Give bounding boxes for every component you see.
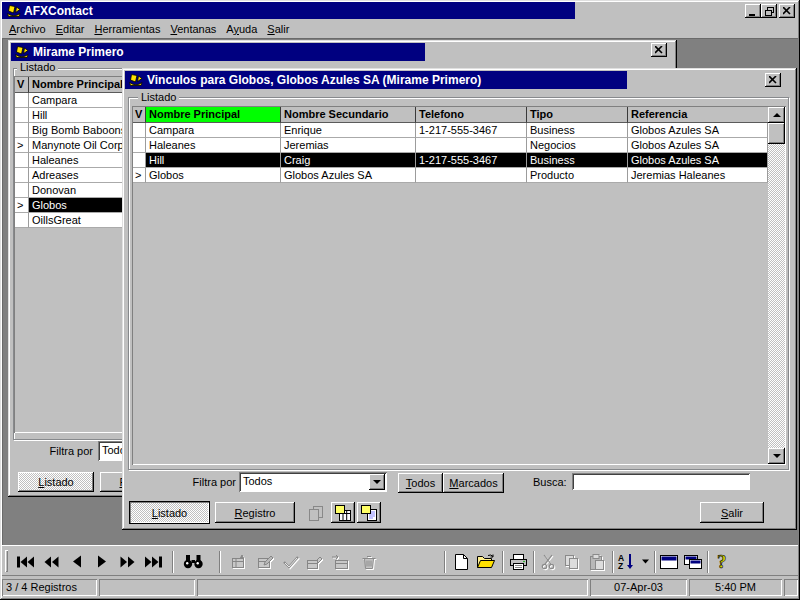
table-row[interactable]: HillCraig1-217-555-3467BusinessGlobos Az… [133,153,785,168]
mirame-title: Mirame Primero [33,45,124,59]
vinculos-col-telefono[interactable]: Telefono [416,107,527,123]
vinculos-col-tipo[interactable]: Tipo [527,107,628,123]
window-list-button[interactable] [657,550,680,573]
help-button[interactable]: ? [712,550,734,573]
vinculos-table: V Nombre Principal Nombre Secundario Tel… [132,106,786,465]
status-panel-3 [197,579,588,596]
status-records: 3 / 4 Registros [2,579,97,596]
vinculos-col-referencia[interactable]: Referencia [628,107,768,123]
vinculos-table-body: CamparaEnrique1-217-555-3467BusinessGlob… [133,123,785,183]
scrollbar-down-icon[interactable] [768,448,785,464]
window-list-icon [660,555,678,569]
find-button[interactable] [181,550,205,573]
mirame-col-v[interactable]: V [15,77,29,93]
vinculos-title: Vinculos para Globos, Globos Azules SA (… [147,73,481,87]
vinculos-close-button[interactable] [765,73,781,87]
status-time: 5:40 PM [689,579,782,596]
toolbar-gripper[interactable] [5,550,8,572]
delete-record-button[interactable] [358,550,380,573]
vinculos-listado-button[interactable]: Listado [130,502,209,523]
status-panel-2 [99,579,195,596]
previous-record-button[interactable] [66,550,88,573]
minimize-button[interactable] [745,4,761,18]
vinculos-busca-input[interactable] [572,473,750,490]
open-button[interactable] [473,550,499,573]
print-icon [509,554,528,570]
next-page-icon [119,556,136,568]
svg-text:?: ? [717,551,727,572]
menu-salir[interactable]: Salir [262,23,294,35]
table-row[interactable]: HaleanesJeremiasNegociosGlobos Azules SA [133,138,785,153]
vinculos-table-header: V Nombre Principal Nombre Secundario Tel… [133,107,785,123]
menu-ventanas[interactable]: Ventanas [165,23,221,35]
mirame-filter-label: Filtra por [38,445,93,457]
vinculos-marcados-button[interactable]: Marcados [443,473,504,493]
paste-button[interactable] [584,550,608,573]
sort-button[interactable]: AZ [615,550,639,573]
window-cascade-icon [684,555,702,569]
cut-button[interactable] [537,550,559,573]
next-record-button[interactable] [91,550,113,573]
window-cascade-button[interactable] [681,550,704,573]
previous-page-icon [43,556,60,568]
last-record-button[interactable] [142,550,164,573]
find-icon [183,554,204,569]
cut-icon [541,554,555,570]
vinculos-table-scrollbar[interactable] [768,107,785,464]
vinculos-filter-combo[interactable]: Todos [239,472,387,492]
status-bar: 3 / 4 Registros 07-Apr-03 5:40 PM [2,577,798,598]
change-record-button[interactable] [254,550,276,573]
previous-page-button[interactable] [40,550,62,573]
app-title-bar: AFXContact [2,2,798,19]
svg-text:Z: Z [618,561,623,570]
menu-herramientas[interactable]: Herramientas [89,23,165,35]
scrollbar-up-icon[interactable] [768,107,785,123]
insert-record-button[interactable] [228,550,250,573]
last-record-icon [144,556,163,568]
table-row[interactable]: >GlobosGlobos Azules SAProductoJeremias … [133,168,785,183]
vinculos-copy-to-list-button[interactable] [331,502,355,523]
vinculos-col-v[interactable]: V [133,107,146,123]
duplicate-record-icon [308,505,324,521]
vinculos-registro-button[interactable]: Registro [215,502,295,523]
menu-editar[interactable]: Editar [51,23,90,35]
copy-to-doc-icon [361,505,377,521]
next-record-icon [97,555,107,568]
vinculos-filter-value: Todos [243,475,272,487]
table-row[interactable]: CamparaEnrique1-217-555-3467BusinessGlob… [133,123,785,138]
vinculos-duplicate-button[interactable] [303,502,329,523]
vinculos-groupbox-label: Listado [138,92,179,103]
vinculos-filter-label: Filtra por [190,476,236,488]
confirm-button[interactable] [280,550,302,573]
copy-record-button[interactable] [304,550,326,573]
move-record-button[interactable] [329,550,351,573]
mirame-title-bar: Mirame Primero [11,43,674,61]
insert-record-icon [230,554,248,570]
new-button[interactable] [450,550,472,573]
mirame-groupbox-label: Listado [17,62,58,73]
menu-archivo[interactable]: Archivo [4,23,51,35]
mirame-listado-button[interactable]: Listado [18,472,94,492]
copy-button[interactable] [560,550,582,573]
restore-button[interactable] [761,4,777,18]
vinculos-copy-to-doc-button[interactable] [357,502,381,523]
vinculos-window-icon [128,73,143,86]
status-date: 07-Apr-03 [590,579,687,596]
next-page-button[interactable] [116,550,138,573]
vinculos-todos-button[interactable]: Todos [398,473,443,493]
menu-ayuda[interactable]: Ayuda [221,23,262,35]
app-icon [6,4,21,17]
vinculos-col-nombre-secundario[interactable]: Nombre Secundario [281,107,416,123]
print-button[interactable] [506,550,530,573]
help-icon: ? [715,551,731,572]
vinculos-filter-dropdown-icon[interactable] [369,474,385,490]
first-record-button[interactable] [14,550,36,573]
mirame-close-button[interactable] [651,43,667,57]
vinculos-salir-button[interactable]: Salir [700,502,764,523]
scrollbar-thumb[interactable] [768,123,785,144]
app-title: AFXContact [24,4,93,18]
mirame-window-icon [14,45,29,58]
vinculos-col-nombre-principal[interactable]: Nombre Principal [146,107,281,123]
sort-options-button[interactable] [640,550,651,573]
close-button[interactable] [779,4,795,18]
